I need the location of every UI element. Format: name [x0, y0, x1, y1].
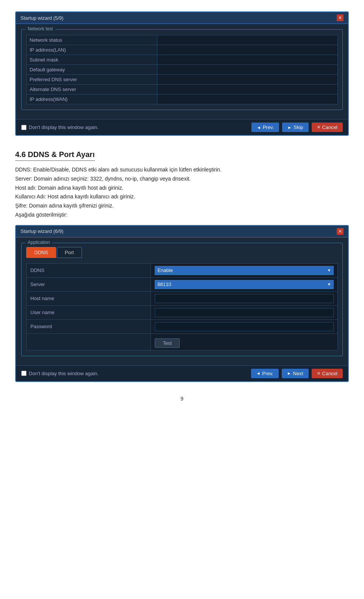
form-label-username: User name [27, 305, 151, 319]
wizard2-dont-show-text: Don't display this window again. [29, 371, 99, 376]
password-input[interactable] [155, 322, 334, 331]
tab-port[interactable]: Port [57, 247, 82, 258]
wizard2-dont-show-label[interactable]: Don't display this window again. [21, 371, 99, 376]
form-row-server: Server 88110 ▼ [27, 277, 338, 291]
cancel2-icon: ✕ [317, 371, 320, 376]
form-value-hostname[interactable] [151, 291, 338, 305]
wizard2-footer: Don't display this window again. ◄ Prev.… [16, 365, 348, 381]
network-table: Network status IP address(LAN) Subnet ma… [26, 35, 338, 104]
form-row-password: Password [27, 319, 338, 333]
row-label: Alternate DNS server [27, 85, 157, 94]
wizard1-skip-label: Skip [293, 124, 303, 130]
prev-icon: ◄ [257, 125, 261, 130]
table-row: Preferred DNS server [27, 75, 338, 85]
wizard1-close-button[interactable]: ✕ [337, 14, 344, 21]
wizard1-body: Network test Network status IP address(L… [16, 24, 348, 119]
wizard1-footer: Don't display this window again. ◄ Prev.… [16, 119, 348, 135]
table-row: IP address(LAN) [27, 45, 338, 55]
page-number: 9 [0, 390, 364, 408]
username-input[interactable] [155, 308, 334, 317]
wizard1-cancel-label: Cancel [322, 124, 337, 130]
form-row-test: Test [27, 333, 338, 350]
wizard2-close-button[interactable]: ✕ [337, 228, 344, 235]
wizard1-wrapper: Startup wizard (5/9) ✕ Network test Netw… [0, 0, 364, 143]
wizard2-next-button[interactable]: ► Next [282, 369, 309, 378]
ddns-select-value: Enable [157, 267, 173, 273]
form-value-ddns[interactable]: Enable ▼ [151, 263, 338, 277]
wizard2-next-label: Next [293, 371, 303, 376]
network-test-label: Network test [25, 26, 55, 31]
network-test-section: Network test Network status IP address(L… [21, 29, 343, 110]
wizard2-prev-label: Prev. [262, 371, 273, 376]
wizard2-dont-show-checkbox[interactable] [21, 371, 27, 376]
row-value [157, 94, 337, 104]
row-label: Default gateway [27, 65, 157, 75]
table-row: Default gateway [27, 65, 338, 75]
form-label-server: Server [27, 277, 151, 291]
test-button[interactable]: Test [155, 338, 180, 348]
wizard2-cancel-button[interactable]: ✕ Cancel [312, 369, 343, 378]
form-label-empty [27, 333, 151, 350]
prev2-icon: ◄ [256, 371, 260, 376]
server-select[interactable]: 88110 ▼ [155, 280, 334, 289]
wizard1-title-bar: Startup wizard (5/9) ✕ [16, 12, 348, 24]
row-value [157, 45, 337, 55]
row-value [157, 65, 337, 75]
form-value-username[interactable] [151, 305, 338, 319]
table-row: Subnet mask [27, 55, 338, 65]
server-select-value: 88110 [157, 281, 171, 287]
wizard1-title: Startup wizard (5/9) [20, 15, 63, 21]
dont-show-checkbox[interactable] [21, 125, 27, 130]
wizard1-cancel-button[interactable]: ✕ Cancel [312, 123, 343, 132]
wizard2-body: Application DDNS Port DDNS Enable ▼ [16, 237, 348, 365]
row-value [157, 55, 337, 65]
skip-icon: ► [287, 125, 292, 130]
body-line5: Şifre: Domain adına kayıtlı şifrenizi gi… [15, 201, 349, 211]
ddns-select[interactable]: Enable ▼ [155, 266, 334, 275]
body-text-block: DDNS: Enable/Disable, DDNS etki alanı ad… [0, 163, 364, 222]
row-label: Network status [27, 35, 157, 45]
form-label-password: Password [27, 319, 151, 333]
dont-show-label[interactable]: Don't display this window again. [21, 124, 99, 130]
server-select-arrow: ▼ [327, 282, 331, 286]
wizard1-dialog: Startup wizard (5/9) ✕ Network test Netw… [15, 11, 349, 136]
row-label: IP address(LAN) [27, 45, 157, 55]
form-label-hostname: Host name [27, 291, 151, 305]
row-label: Preferred DNS server [27, 75, 157, 85]
form-value-test: Test [151, 333, 338, 350]
section-title: 4.6 DDNS & Port Ayarı [15, 150, 95, 161]
wizard1-prev-button[interactable]: ◄ Prev. [251, 123, 279, 132]
row-label: Subnet mask [27, 55, 157, 65]
application-section: Application DDNS Port DDNS Enable ▼ [21, 243, 343, 356]
wizard1-skip-button[interactable]: ► Skip [282, 123, 308, 132]
form-label-ddns: DDNS [27, 263, 151, 277]
body-line6: Aşağıda gösterilmiştir: [15, 211, 349, 220]
hostname-input[interactable] [155, 294, 334, 303]
ddns-select-arrow: ▼ [327, 268, 331, 272]
wizard1-prev-label: Prev. [263, 124, 274, 130]
row-value [157, 35, 337, 45]
body-line4: Kullanıcı Adı: Host adına kayıtlı kullan… [15, 192, 349, 201]
tab-ddns[interactable]: DDNS [26, 247, 56, 258]
form-row-ddns: DDNS Enable ▼ [27, 263, 338, 277]
dont-show-text: Don't display this window again. [29, 124, 99, 130]
body-line2: Server: Domain adınızı seçiniz: 3322, dy… [15, 175, 349, 184]
wizard2-wrapper: Startup wizard (6/9) ✕ Application DDNS … [0, 222, 364, 390]
wizard2-title-bar: Startup wizard (6/9) ✕ [16, 226, 348, 237]
section-heading: 4.6 DDNS & Port Ayarı [0, 143, 364, 163]
application-label: Application [25, 240, 52, 245]
body-line3: Host adı: Domain adına kayıtlı host adı … [15, 184, 349, 193]
row-value [157, 85, 337, 94]
form-value-server[interactable]: 88110 ▼ [151, 277, 338, 291]
form-value-password[interactable] [151, 319, 338, 333]
body-line1: DDNS: Enable/Disable, DDNS etki alanı ad… [15, 165, 349, 175]
next-icon: ► [287, 371, 291, 376]
wizard1-footer-buttons: ◄ Prev. ► Skip ✕ Cancel [251, 123, 343, 132]
wizard2-prev-button[interactable]: ◄ Prev. [251, 369, 279, 378]
wizard2-title: Startup wizard (6/9) [20, 228, 63, 234]
form-row-hostname: Host name [27, 291, 338, 305]
form-row-username: User name [27, 305, 338, 319]
wizard2-cancel-label: Cancel [322, 371, 337, 376]
ddns-form-table: DDNS Enable ▼ Server 88110 [26, 263, 338, 351]
wizard2-footer-buttons: ◄ Prev. ► Next ✕ Cancel [251, 369, 343, 378]
